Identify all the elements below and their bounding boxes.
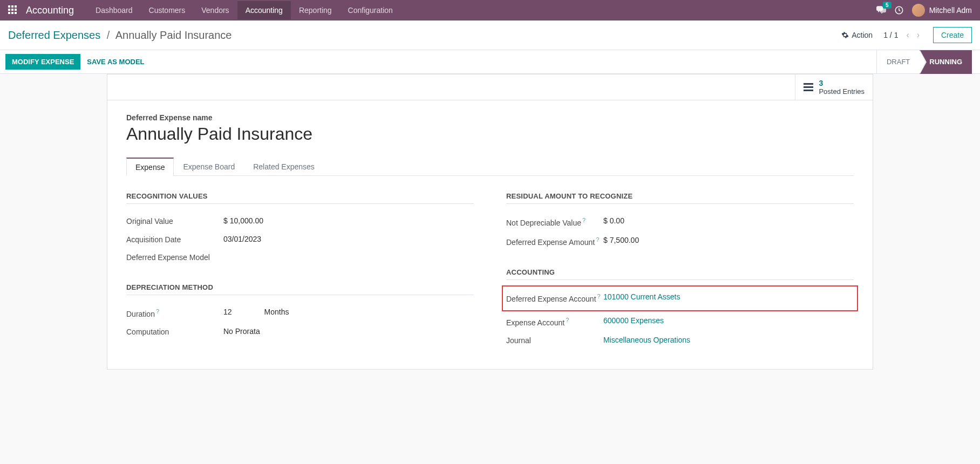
label-original-value: Original Value (126, 216, 223, 227)
chat-icon[interactable]: 5 (876, 6, 886, 15)
chat-badge-count: 5 (883, 2, 891, 9)
value-duration-number: 12 (223, 308, 232, 316)
value-deferred-amount: $ 7,500.00 (603, 236, 639, 244)
field-deferred-account: Deferred Expense Account? 101000 Current… (506, 289, 854, 308)
section-accounting-title: ACCOUNTING (506, 268, 854, 280)
nav-item-customers[interactable]: Customers (141, 1, 194, 19)
section-recognition-title: RECOGNITION VALUES (126, 192, 474, 204)
help-icon[interactable]: ? (156, 308, 159, 315)
title-label: Deferred Expense name (126, 113, 854, 122)
label-deferred-account: Deferred Expense Account? (506, 292, 603, 304)
status-bar: MODIFY EXPENSE SAVE AS MODEL DRAFT RUNNI… (0, 50, 980, 74)
user-menu[interactable]: Mitchell Adm (912, 4, 972, 17)
content-area: 3 Posted Entries Deferred Expense name A… (0, 74, 980, 464)
left-column: RECOGNITION VALUES Original Value $ 10,0… (126, 192, 474, 350)
save-as-model-button[interactable]: SAVE AS MODEL (87, 58, 144, 66)
nav-item-dashboard[interactable]: Dashboard (87, 1, 141, 19)
app-name[interactable]: Accounting (26, 5, 74, 16)
list-icon (804, 83, 813, 91)
label-not-depreciable: Not Depreciable Value? (506, 216, 603, 228)
help-icon[interactable]: ? (597, 293, 601, 299)
breadcrumb-parent[interactable]: Deferred Expenses (8, 29, 100, 41)
breadcrumb-actions: Action 1 / 1 ‹ › Create (841, 27, 972, 43)
top-nav: Accounting Dashboard Customers Vendors A… (0, 0, 980, 21)
breadcrumb-current: Annually Paid Insurance (115, 29, 232, 41)
nav-item-vendors[interactable]: Vendors (193, 1, 237, 19)
breadcrumb: Deferred Expenses / Annually Paid Insura… (8, 29, 232, 42)
field-expense-account: Expense Account? 600000 Expenses (506, 312, 854, 332)
nav-item-reporting[interactable]: Reporting (291, 1, 340, 19)
highlighted-field: Deferred Expense Account? 101000 Current… (502, 285, 858, 311)
breadcrumb-separator: / (107, 29, 110, 41)
label-acquisition-date: Acquisition Date (126, 235, 223, 245)
nav-item-configuration[interactable]: Configuration (340, 1, 401, 19)
create-button[interactable]: Create (933, 27, 972, 43)
field-journal: Journal Miscellaneous Operations (506, 332, 854, 350)
field-deferred-amount: Deferred Expense Amount? $ 7,500.00 (506, 232, 854, 251)
value-not-depreciable: $ 0.00 (603, 216, 624, 225)
tab-bar: Expense Expense Board Related Expenses (126, 157, 854, 176)
action-label: Action (852, 31, 873, 39)
gear-icon (841, 31, 849, 39)
posted-entries-count: 3 (819, 79, 865, 87)
label-computation: Computation (126, 327, 223, 338)
pager-text: 1 / 1 (883, 31, 898, 39)
user-name: Mitchell Adm (929, 6, 972, 15)
label-expense-account: Expense Account? (506, 316, 603, 328)
right-column: RESIDUAL AMOUNT TO RECOGNIZE Not Depreci… (506, 192, 854, 350)
section-depreciation-title: DEPRECIATION METHOD (126, 283, 474, 295)
label-deferred-model: Deferred Expense Model (126, 253, 223, 263)
pager-prev[interactable]: ‹ (903, 30, 911, 39)
field-duration: Duration? 12 Months (126, 304, 474, 323)
pager-next[interactable]: › (914, 30, 922, 39)
posted-entries-label: Posted Entries (819, 87, 865, 95)
nav-item-accounting[interactable]: Accounting (237, 1, 291, 19)
field-not-depreciable: Not Depreciable Value? $ 0.00 (506, 213, 854, 232)
value-computation: No Prorata (223, 327, 260, 336)
tab-expense-board[interactable]: Expense Board (174, 158, 244, 176)
label-duration: Duration? (126, 308, 223, 319)
value-acquisition-date: 03/01/2023 (223, 235, 261, 243)
status-widget: DRAFT RUNNING (876, 50, 972, 74)
modify-expense-button[interactable]: MODIFY EXPENSE (5, 54, 80, 70)
label-deferred-amount: Deferred Expense Amount? (506, 236, 603, 248)
sheet-top: 3 Posted Entries (107, 74, 873, 100)
value-duration-unit: Months (264, 308, 289, 316)
value-expense-account[interactable]: 600000 Expenses (603, 316, 664, 325)
value-journal[interactable]: Miscellaneous Operations (603, 336, 690, 344)
field-computation: Computation No Prorata (126, 323, 474, 342)
section-residual-title: RESIDUAL AMOUNT TO RECOGNIZE (506, 192, 854, 204)
field-acquisition-date: Acquisition Date 03/01/2023 (126, 231, 474, 249)
posted-entries-button[interactable]: 3 Posted Entries (795, 74, 873, 100)
avatar (912, 4, 925, 17)
tab-related-expenses[interactable]: Related Expenses (244, 158, 324, 176)
action-menu[interactable]: Action (841, 31, 873, 39)
help-icon[interactable]: ? (596, 236, 599, 243)
title-value: Annually Paid Insurance (126, 124, 854, 144)
status-draft[interactable]: DRAFT (877, 50, 920, 74)
breadcrumb-bar: Deferred Expenses / Annually Paid Insura… (0, 21, 980, 50)
nav-menu: Dashboard Customers Vendors Accounting R… (87, 1, 401, 19)
help-icon[interactable]: ? (582, 217, 586, 223)
clock-icon[interactable] (894, 5, 904, 15)
field-original-value: Original Value $ 10,000.00 (126, 213, 474, 231)
field-deferred-model: Deferred Expense Model (126, 249, 474, 267)
tab-expense[interactable]: Expense (126, 158, 174, 176)
apps-icon[interactable] (8, 5, 18, 15)
help-icon[interactable]: ? (566, 317, 569, 323)
tab-content: RECOGNITION VALUES Original Value $ 10,0… (126, 176, 854, 350)
nav-right: 5 Mitchell Adm (876, 4, 972, 17)
status-running[interactable]: RUNNING (920, 50, 972, 74)
pager: 1 / 1 ‹ › (883, 30, 922, 40)
form-sheet: 3 Posted Entries Deferred Expense name A… (107, 74, 873, 370)
label-journal: Journal (506, 336, 603, 346)
value-original-value: $ 10,000.00 (223, 216, 263, 225)
value-deferred-account[interactable]: 101000 Current Assets (603, 292, 680, 301)
sheet-body: Deferred Expense name Annually Paid Insu… (107, 100, 873, 369)
